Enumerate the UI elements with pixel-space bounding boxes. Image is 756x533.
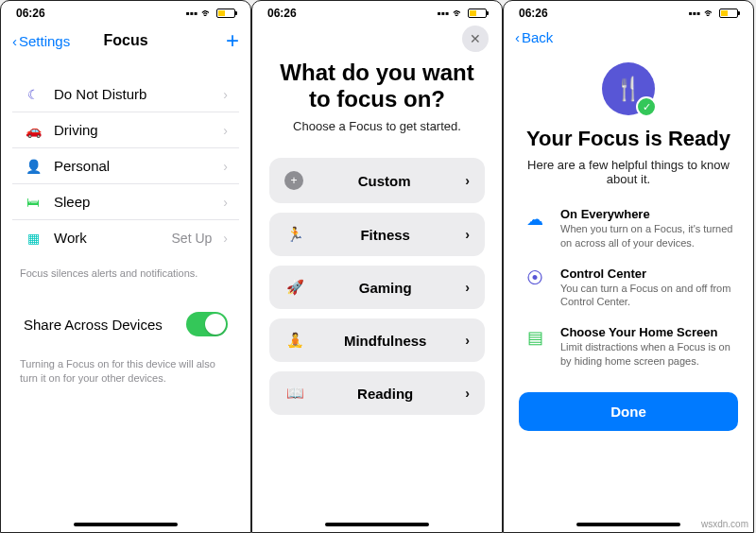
wifi-icon: ᯤ: [704, 7, 715, 20]
focus-list: ☾Do Not Disturb›🚗Driving›👤Personal›🛏Slee…: [12, 77, 239, 255]
back-button[interactable]: ‹ Back: [504, 22, 753, 45]
focus-row-personal[interactable]: 👤Personal›: [12, 148, 239, 184]
tip-title: Choose Your Home Screen: [560, 325, 734, 339]
focus-hero-icon: 🍴: [602, 62, 655, 115]
row-label: Work: [54, 230, 161, 246]
share-footer: Turning a Focus on for this device will …: [1, 352, 250, 390]
tip-on-everywhere: ☁On EverywhereWhen you turn on a Focus, …: [523, 207, 734, 249]
option-reading[interactable]: 📖Reading›: [269, 371, 485, 415]
footer-hint: Focus silences alerts and notifications.: [1, 261, 250, 285]
status-bar: 06:26 ▪▪▪ ᯤ: [252, 1, 502, 22]
home-indicator[interactable]: [325, 523, 429, 526]
signal-icon: ▪▪▪: [688, 7, 700, 20]
mindfulness-icon: 🧘: [284, 332, 305, 349]
page-subtitle: Choose a Focus to get started.: [269, 119, 485, 133]
focus-ready-screen: 06:26 ▪▪▪ ᯤ ‹ Back 🍴 Your Focus is Ready…: [503, 0, 754, 533]
gaming-icon: 🚀: [284, 279, 305, 296]
chevron-right-icon: ›: [223, 231, 228, 246]
status-time: 06:26: [519, 7, 548, 20]
nav-bar: ‹ Settings Focus +: [1, 22, 250, 60]
chevron-right-icon: ›: [223, 159, 228, 174]
option-gaming[interactable]: 🚀Gaming›: [269, 266, 485, 309]
tip-icon: ☁: [523, 209, 547, 230]
status-time: 06:26: [16, 7, 45, 20]
chevron-left-icon: ‹: [515, 29, 520, 45]
do-not-disturb-icon: ☾: [24, 87, 43, 102]
tip-title: On Everywhere: [560, 207, 734, 221]
row-detail: Set Up: [172, 231, 213, 246]
row-label: Personal: [54, 158, 212, 174]
option-label: Reading: [318, 386, 452, 402]
work-icon: ▦: [24, 231, 43, 246]
row-label: Sleep: [54, 194, 212, 210]
chevron-right-icon: ›: [465, 386, 470, 401]
chevron-right-icon: ›: [223, 195, 228, 210]
option-label: Fitness: [318, 227, 452, 243]
share-section: Share Across Devices: [12, 302, 239, 346]
option-label: Mindfulness: [318, 333, 452, 349]
focus-row-work[interactable]: ▦WorkSet Up›: [12, 220, 239, 255]
tip-control-center: ⦿Control CenterYou can turn a Focus on a…: [523, 266, 734, 309]
option-label: Gaming: [318, 280, 452, 296]
battery-icon: [468, 9, 487, 18]
fitness-icon: 🏃: [284, 226, 305, 243]
option-fitness[interactable]: 🏃Fitness›: [269, 213, 485, 256]
focus-row-driving[interactable]: 🚗Driving›: [12, 112, 239, 148]
battery-icon: [719, 9, 738, 18]
back-label: Back: [522, 29, 553, 45]
tips-list: ☁On EverywhereWhen you turn on a Focus, …: [504, 186, 753, 368]
page-subtitle: Here are a few helpful things to know ab…: [523, 158, 734, 186]
personal-icon: 👤: [24, 159, 43, 174]
tip-body: When you turn on a Focus, it's turned on…: [560, 222, 734, 249]
chevron-right-icon: ›: [465, 333, 470, 348]
signal-icon: ▪▪▪: [437, 7, 449, 20]
watermark: wsxdn.com: [701, 519, 748, 529]
page-title: What do you want to focus on?: [269, 60, 485, 112]
tip-title: Control Center: [560, 266, 734, 281]
tip-body: Limit distractions when a Focus is on by…: [560, 340, 734, 368]
option-custom[interactable]: +Custom›: [269, 158, 485, 203]
status-time: 06:26: [267, 7, 297, 20]
home-indicator[interactable]: [576, 523, 680, 526]
chevron-right-icon: ›: [223, 87, 228, 102]
back-label: Settings: [19, 33, 70, 49]
share-toggle[interactable]: [186, 312, 228, 336]
battery-icon: [216, 9, 235, 18]
driving-icon: 🚗: [24, 123, 43, 138]
option-label: Custom: [317, 173, 452, 189]
share-label: Share Across Devices: [24, 317, 175, 333]
wifi-icon: ᯤ: [453, 7, 464, 20]
chevron-left-icon: ‹: [12, 33, 17, 49]
status-bar: 06:26 ▪▪▪ ᯤ: [504, 1, 753, 22]
back-button[interactable]: ‹ Settings: [12, 33, 70, 49]
focus-row-do-not-disturb[interactable]: ☾Do Not Disturb›: [12, 77, 239, 112]
sleep-icon: 🛏: [24, 195, 43, 210]
choose-focus-screen: 06:26 ▪▪▪ ᯤ ✕ What do you want to focus …: [251, 0, 503, 533]
signal-icon: ▪▪▪: [185, 7, 198, 20]
share-across-devices-row[interactable]: Share Across Devices: [12, 302, 239, 346]
chevron-right-icon: ›: [465, 173, 470, 188]
status-bar: 06:26 ▪▪▪ ᯤ: [1, 1, 250, 22]
option-mindfulness[interactable]: 🧘Mindfulness›: [269, 318, 485, 362]
custom-icon: +: [284, 171, 303, 190]
page-title: Your Focus is Ready: [523, 127, 734, 150]
wifi-icon: ᯤ: [201, 7, 213, 20]
tip-choose-your-home-screen: ▤Choose Your Home ScreenLimit distractio…: [523, 325, 734, 368]
close-button[interactable]: ✕: [462, 26, 489, 52]
chevron-right-icon: ›: [465, 227, 470, 242]
focus-settings-screen: 06:26 ▪▪▪ ᯤ ‹ Settings Focus + ☾Do Not D…: [0, 0, 251, 533]
chevron-right-icon: ›: [223, 123, 228, 138]
chevron-right-icon: ›: [465, 280, 470, 295]
row-label: Driving: [54, 122, 212, 138]
tip-icon: ▤: [523, 327, 547, 348]
focus-row-sleep[interactable]: 🛏Sleep›: [12, 184, 239, 220]
home-indicator[interactable]: [74, 523, 178, 526]
add-focus-button[interactable]: +: [226, 27, 239, 54]
reading-icon: 📖: [284, 385, 305, 402]
done-button[interactable]: Done: [519, 392, 738, 431]
row-label: Do Not Disturb: [54, 86, 212, 102]
focus-options: +Custom›🏃Fitness›🚀Gaming›🧘Mindfulness›📖R…: [269, 158, 485, 415]
tip-body: You can turn a Focus on and off from Con…: [560, 282, 734, 309]
tip-icon: ⦿: [523, 268, 547, 288]
